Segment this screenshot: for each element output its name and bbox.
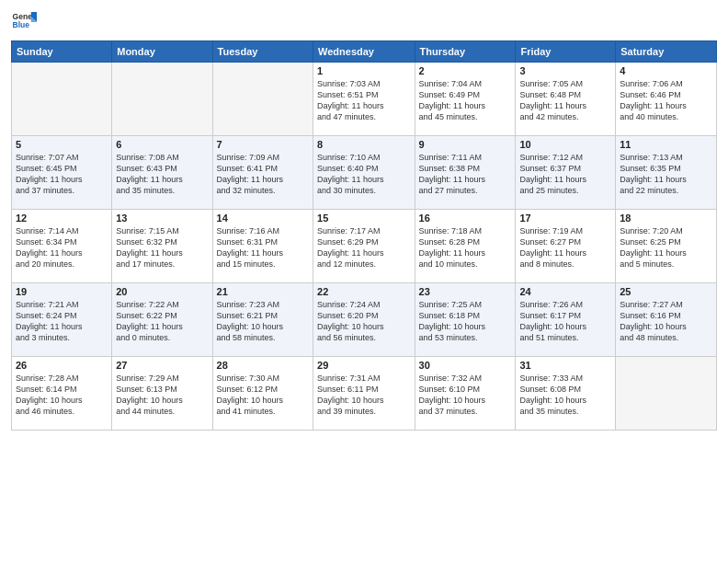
- day-number: 20: [116, 286, 208, 297]
- day-info: Sunrise: 7:24 AM Sunset: 6:20 PM Dayligh…: [317, 299, 411, 344]
- day-info: Sunrise: 7:16 AM Sunset: 6:31 PM Dayligh…: [217, 225, 309, 270]
- day-info: Sunrise: 7:19 AM Sunset: 6:27 PM Dayligh…: [519, 225, 611, 270]
- day-number: 23: [419, 286, 512, 297]
- day-info: Sunrise: 7:23 AM Sunset: 6:21 PM Dayligh…: [217, 299, 309, 344]
- day-info: Sunrise: 7:05 AM Sunset: 6:48 PM Dayligh…: [519, 78, 611, 123]
- day-info: Sunrise: 7:06 AM Sunset: 6:46 PM Dayligh…: [620, 78, 712, 123]
- day-number: 15: [317, 213, 411, 224]
- day-info: Sunrise: 7:11 AM Sunset: 6:38 PM Dayligh…: [419, 152, 512, 197]
- calendar-cell: 30Sunrise: 7:32 AM Sunset: 6:10 PM Dayli…: [415, 357, 516, 431]
- day-info: Sunrise: 7:09 AM Sunset: 6:41 PM Dayligh…: [217, 152, 309, 197]
- calendar-cell: 4Sunrise: 7:06 AM Sunset: 6:46 PM Daylig…: [616, 63, 717, 136]
- day-number: 24: [519, 286, 611, 297]
- day-number: 18: [620, 213, 712, 224]
- calendar-cell: [212, 63, 313, 136]
- day-info: Sunrise: 7:22 AM Sunset: 6:22 PM Dayligh…: [116, 299, 208, 344]
- day-number: 26: [16, 360, 108, 371]
- calendar-cell: 16Sunrise: 7:18 AM Sunset: 6:28 PM Dayli…: [415, 210, 516, 283]
- calendar-cell: 9Sunrise: 7:11 AM Sunset: 6:38 PM Daylig…: [415, 136, 516, 210]
- day-number: 9: [419, 139, 512, 150]
- day-info: Sunrise: 7:32 AM Sunset: 6:10 PM Dayligh…: [419, 373, 512, 418]
- calendar-cell: 15Sunrise: 7:17 AM Sunset: 6:29 PM Dayli…: [313, 210, 415, 283]
- calendar-cell: 19Sunrise: 7:21 AM Sunset: 6:24 PM Dayli…: [12, 283, 112, 357]
- day-number: 16: [419, 213, 512, 224]
- day-info: Sunrise: 7:13 AM Sunset: 6:35 PM Dayligh…: [620, 152, 712, 197]
- calendar-cell: 6Sunrise: 7:08 AM Sunset: 6:43 PM Daylig…: [112, 136, 212, 210]
- calendar-cell: 26Sunrise: 7:28 AM Sunset: 6:14 PM Dayli…: [12, 357, 112, 431]
- day-number: 11: [620, 139, 712, 150]
- day-number: 30: [419, 360, 512, 371]
- calendar-cell: 21Sunrise: 7:23 AM Sunset: 6:21 PM Dayli…: [212, 283, 313, 357]
- calendar-cell: 14Sunrise: 7:16 AM Sunset: 6:31 PM Dayli…: [212, 210, 313, 283]
- day-info: Sunrise: 7:15 AM Sunset: 6:32 PM Dayligh…: [116, 225, 208, 270]
- day-info: Sunrise: 7:18 AM Sunset: 6:28 PM Dayligh…: [419, 225, 512, 270]
- day-number: 3: [519, 65, 611, 76]
- day-info: Sunrise: 7:04 AM Sunset: 6:49 PM Dayligh…: [419, 78, 512, 123]
- calendar-cell: 12Sunrise: 7:14 AM Sunset: 6:34 PM Dayli…: [12, 210, 112, 283]
- calendar-cell: 2Sunrise: 7:04 AM Sunset: 6:49 PM Daylig…: [415, 63, 516, 136]
- day-number: 31: [519, 360, 611, 371]
- day-info: Sunrise: 7:28 AM Sunset: 6:14 PM Dayligh…: [16, 373, 108, 418]
- calendar-cell: 22Sunrise: 7:24 AM Sunset: 6:20 PM Dayli…: [313, 283, 415, 357]
- calendar-week-5: 26Sunrise: 7:28 AM Sunset: 6:14 PM Dayli…: [12, 357, 717, 431]
- calendar-cell: 3Sunrise: 7:05 AM Sunset: 6:48 PM Daylig…: [516, 63, 616, 136]
- day-number: 5: [16, 139, 108, 150]
- day-info: Sunrise: 7:27 AM Sunset: 6:16 PM Dayligh…: [620, 299, 712, 344]
- day-number: 27: [116, 360, 208, 371]
- calendar-cell: [616, 357, 717, 431]
- day-number: 1: [317, 65, 411, 76]
- day-info: Sunrise: 7:14 AM Sunset: 6:34 PM Dayligh…: [16, 225, 108, 270]
- day-number: 12: [16, 213, 108, 224]
- day-info: Sunrise: 7:31 AM Sunset: 6:11 PM Dayligh…: [317, 373, 411, 418]
- day-info: Sunrise: 7:07 AM Sunset: 6:45 PM Dayligh…: [16, 152, 108, 197]
- calendar-cell: 18Sunrise: 7:20 AM Sunset: 6:25 PM Dayli…: [616, 210, 717, 283]
- day-info: Sunrise: 7:17 AM Sunset: 6:29 PM Dayligh…: [317, 225, 411, 270]
- calendar-cell: [12, 63, 112, 136]
- day-number: 19: [16, 286, 108, 297]
- day-number: 6: [116, 139, 208, 150]
- day-info: Sunrise: 7:10 AM Sunset: 6:40 PM Dayligh…: [317, 152, 411, 197]
- day-number: 8: [317, 139, 411, 150]
- calendar-cell: 13Sunrise: 7:15 AM Sunset: 6:32 PM Dayli…: [112, 210, 212, 283]
- calendar-cell: 8Sunrise: 7:10 AM Sunset: 6:40 PM Daylig…: [313, 136, 415, 210]
- day-info: Sunrise: 7:08 AM Sunset: 6:43 PM Dayligh…: [116, 152, 208, 197]
- day-number: 21: [217, 286, 309, 297]
- day-info: Sunrise: 7:12 AM Sunset: 6:37 PM Dayligh…: [519, 152, 611, 197]
- calendar-cell: 28Sunrise: 7:30 AM Sunset: 6:12 PM Dayli…: [212, 357, 313, 431]
- day-info: Sunrise: 7:26 AM Sunset: 6:17 PM Dayligh…: [519, 299, 611, 344]
- calendar-week-2: 5Sunrise: 7:07 AM Sunset: 6:45 PM Daylig…: [12, 136, 717, 210]
- calendar-header-thursday: Thursday: [415, 41, 516, 63]
- calendar-cell: 31Sunrise: 7:33 AM Sunset: 6:08 PM Dayli…: [516, 357, 616, 431]
- calendar-cell: [112, 63, 212, 136]
- calendar-cell: 25Sunrise: 7:27 AM Sunset: 6:16 PM Dayli…: [616, 283, 717, 357]
- svg-text:Blue: Blue: [13, 20, 30, 29]
- day-number: 13: [116, 213, 208, 224]
- day-info: Sunrise: 7:33 AM Sunset: 6:08 PM Dayligh…: [519, 373, 611, 418]
- calendar-cell: 11Sunrise: 7:13 AM Sunset: 6:35 PM Dayli…: [616, 136, 717, 210]
- calendar-cell: 7Sunrise: 7:09 AM Sunset: 6:41 PM Daylig…: [212, 136, 313, 210]
- day-number: 10: [519, 139, 611, 150]
- day-info: Sunrise: 7:29 AM Sunset: 6:13 PM Dayligh…: [116, 373, 208, 418]
- day-number: 7: [217, 139, 309, 150]
- calendar-header-sunday: Sunday: [12, 41, 112, 63]
- logo-icon: General Blue: [11, 9, 37, 35]
- day-number: 4: [620, 65, 712, 76]
- day-number: 25: [620, 286, 712, 297]
- day-info: Sunrise: 7:03 AM Sunset: 6:51 PM Dayligh…: [317, 78, 411, 123]
- calendar-cell: 27Sunrise: 7:29 AM Sunset: 6:13 PM Dayli…: [112, 357, 212, 431]
- calendar-cell: 10Sunrise: 7:12 AM Sunset: 6:37 PM Dayli…: [516, 136, 616, 210]
- calendar-header-row: SundayMondayTuesdayWednesdayThursdayFrid…: [12, 41, 717, 63]
- calendar-header-tuesday: Tuesday: [212, 41, 313, 63]
- day-info: Sunrise: 7:21 AM Sunset: 6:24 PM Dayligh…: [16, 299, 108, 344]
- calendar-table: SundayMondayTuesdayWednesdayThursdayFrid…: [11, 40, 717, 431]
- day-info: Sunrise: 7:25 AM Sunset: 6:18 PM Dayligh…: [419, 299, 512, 344]
- day-number: 17: [519, 213, 611, 224]
- logo: General Blue: [11, 9, 37, 35]
- calendar-cell: 20Sunrise: 7:22 AM Sunset: 6:22 PM Dayli…: [112, 283, 212, 357]
- calendar-week-3: 12Sunrise: 7:14 AM Sunset: 6:34 PM Dayli…: [12, 210, 717, 283]
- calendar-header-friday: Friday: [516, 41, 616, 63]
- calendar-header-wednesday: Wednesday: [313, 41, 415, 63]
- calendar-week-1: 1Sunrise: 7:03 AM Sunset: 6:51 PM Daylig…: [12, 63, 717, 136]
- day-number: 22: [317, 286, 411, 297]
- calendar-cell: 17Sunrise: 7:19 AM Sunset: 6:27 PM Dayli…: [516, 210, 616, 283]
